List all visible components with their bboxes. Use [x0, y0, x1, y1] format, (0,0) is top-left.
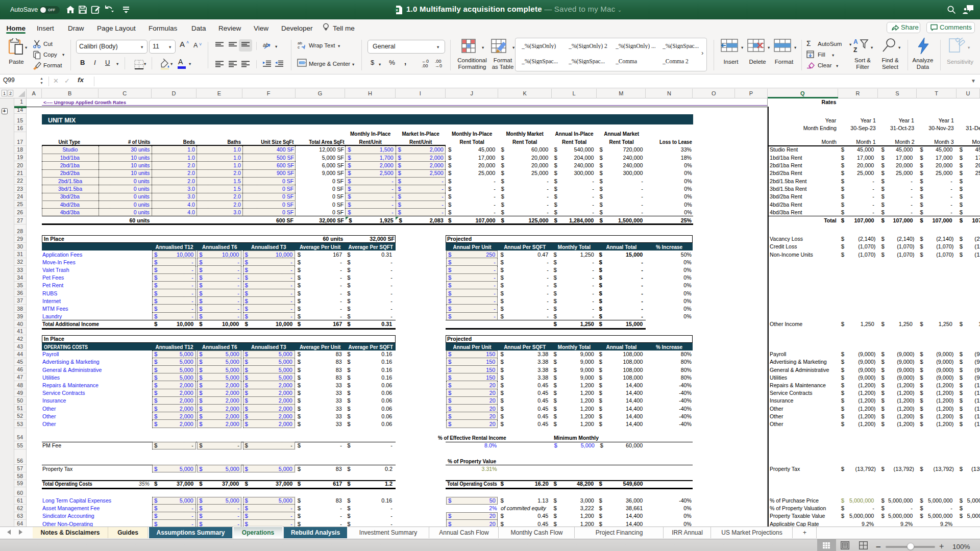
svg-text:Z: Z [853, 46, 857, 54]
svg-text:A: A [853, 38, 858, 45]
svg-text:c: c [298, 45, 300, 49]
